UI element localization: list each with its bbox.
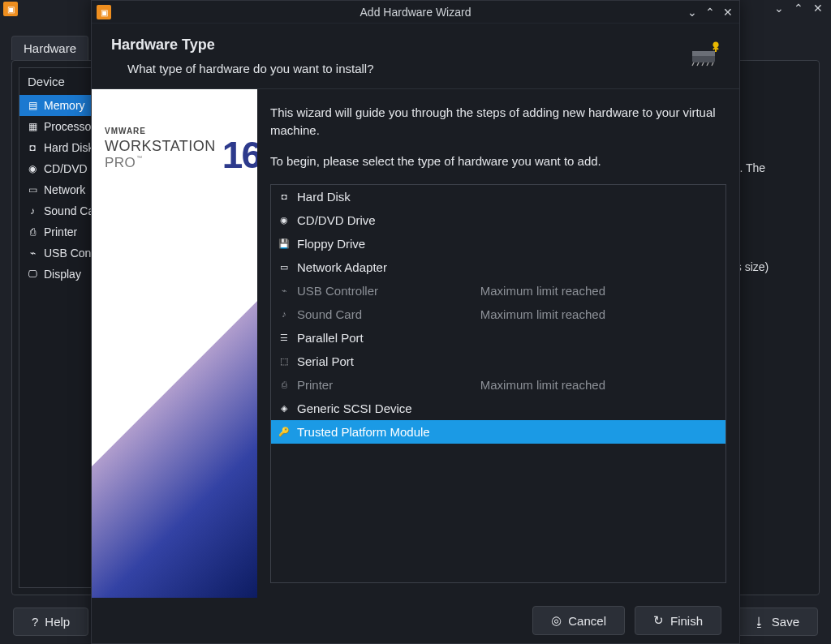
hardware-type-note: Maximum limit reached <box>480 284 719 298</box>
save-button[interactable]: ⭳ Save <box>734 608 818 636</box>
brand-vmware: VMWARE <box>105 127 146 135</box>
wizard-titlebar: ▣ Add Hardware Wizard ⌄ ⌃ ✕ <box>92 1 739 24</box>
hardware-type-label: USB Controller <box>297 284 378 298</box>
hardware-type-usb-controller: ⌁USB ControllerMaximum limit reached <box>271 279 726 303</box>
cd-dvd-icon: ◉ <box>26 162 39 175</box>
sidebar-item-label: Printer <box>44 225 77 238</box>
sound-icon: ♪ <box>278 307 291 320</box>
hardware-type-trusted-platform-module[interactable]: 🔑Trusted Platform Module <box>271 420 726 444</box>
network-icon: ▭ <box>278 260 291 273</box>
hardware-type-label: Sound Card <box>297 307 362 321</box>
hard-disk-icon: ◘ <box>278 190 291 203</box>
hardware-type-note: Maximum limit reached <box>480 307 719 321</box>
add-hardware-wizard-dialog: ▣ Add Hardware Wizard ⌄ ⌃ ✕ Hardware Typ… <box>91 0 740 644</box>
brand-workstation: WORKSTATION <box>105 138 216 155</box>
processor-icon: ▦ <box>26 120 39 133</box>
button-label: Finish <box>670 614 703 628</box>
hardware-type-label: Generic SCSI Device <box>297 401 412 415</box>
intro-text: This wizard will guide you through the s… <box>270 104 726 140</box>
wizard-main: This wizard will guide you through the s… <box>257 89 739 598</box>
scsi-icon: ◈ <box>278 401 291 414</box>
maximize-icon[interactable]: ⌃ <box>790 0 807 16</box>
help-button[interactable]: ? Help <box>13 608 88 636</box>
usb-icon: ⌁ <box>278 284 291 297</box>
button-label: Save <box>772 615 799 629</box>
printer-icon: ⎙ <box>278 378 291 391</box>
floppy-icon: 💾 <box>278 237 291 250</box>
hardware-type-list[interactable]: ◘Hard Disk◉CD/DVD Drive💾Floppy Drive▭Net… <box>270 184 726 583</box>
tab-hardware[interactable]: Hardware <box>11 36 88 60</box>
serial-icon: ⬚ <box>278 354 291 367</box>
hardware-type-label: Serial Port <box>297 354 354 368</box>
refresh-icon: ↻ <box>653 613 664 628</box>
tabs-row: Hardware <box>11 36 88 60</box>
hardware-type-label: Printer <box>297 378 333 392</box>
hardware-type-label: Parallel Port <box>297 331 364 345</box>
wizard-button-row: ◎ Cancel ↻ Finish <box>92 598 739 643</box>
sidebar-item-label: Network <box>44 183 85 196</box>
hardware-type-serial-port[interactable]: ⬚Serial Port <box>271 350 726 373</box>
finish-button[interactable]: ↻ Finish <box>635 606 721 635</box>
sidebar-item-label: Processor <box>44 120 95 133</box>
cd-dvd-icon: ◉ <box>278 213 291 226</box>
wizard-title: Add Hardware Wizard <box>360 6 471 19</box>
hard-disk-icon: ◘ <box>26 141 39 154</box>
button-label: Cancel <box>568 614 606 628</box>
hardware-type-printer: ⎙PrinterMaximum limit reached <box>271 373 726 397</box>
brand-version: 16 <box>222 138 257 174</box>
sidebar-item-label: CD/DVD <box>44 162 88 175</box>
parallel-icon: ☰ <box>278 331 291 344</box>
button-label: Help <box>45 615 70 629</box>
hardware-type-floppy-drive[interactable]: 💾Floppy Drive <box>271 232 726 255</box>
memory-icon: ▤ <box>26 99 39 112</box>
minimize-icon[interactable]: ⌄ <box>771 0 787 16</box>
help-icon: ? <box>32 615 38 629</box>
wizard-body: VMWARE WORKSTATION PRO 16 This wizard wi… <box>92 88 739 598</box>
svg-rect-1 <box>692 51 715 56</box>
maximize-icon[interactable]: ⌃ <box>702 4 718 20</box>
hardware-type-sound-card: ♪Sound CardMaximum limit reached <box>271 303 726 326</box>
hardware-chip-icon <box>689 41 721 67</box>
minimize-icon[interactable]: ⌄ <box>684 4 700 20</box>
hardware-type-cd-dvd-drive[interactable]: ◉CD/DVD Drive <box>271 208 726 232</box>
subheading: What type of hardware do you want to ins… <box>111 54 720 82</box>
brand-pro: PRO <box>105 155 142 170</box>
cancel-icon: ◎ <box>551 613 562 628</box>
usb-icon: ⌁ <box>26 247 39 260</box>
hardware-type-note: Maximum limit reached <box>480 378 719 392</box>
hardware-type-network-adapter[interactable]: ▭Network Adapter <box>271 255 726 279</box>
sidebar-item-label: Hard Disk <box>44 141 93 154</box>
sidebar-item-label: Memory <box>44 99 85 112</box>
hardware-type-hard-disk[interactable]: ◘Hard Disk <box>271 185 726 208</box>
sound-icon: ♪ <box>26 204 39 217</box>
wizard-heading: Hardware Type What type of hardware do y… <box>92 24 739 88</box>
hardware-type-label: Hard Disk <box>297 190 351 204</box>
hardware-type-label: Floppy Drive <box>297 237 365 251</box>
close-icon[interactable]: ✕ <box>810 0 826 16</box>
cancel-button[interactable]: ◎ Cancel <box>532 606 625 635</box>
hardware-type-label: Trusted Platform Module <box>297 425 430 439</box>
close-icon[interactable]: ✕ <box>720 4 736 20</box>
app-icon: ▣ <box>97 5 111 19</box>
hardware-type-label: Network Adapter <box>297 260 387 274</box>
heading: Hardware Type <box>111 36 720 54</box>
sidebar-item-label: Display <box>44 268 81 281</box>
tpm-icon: 🔑 <box>278 425 291 438</box>
svg-point-2 <box>713 42 719 48</box>
hardware-type-parallel-port[interactable]: ☰Parallel Port <box>271 326 726 350</box>
wizard-brand-sidebar: VMWARE WORKSTATION PRO 16 <box>92 89 257 598</box>
network-icon: ▭ <box>26 183 39 196</box>
printer-icon: ⎙ <box>26 225 39 238</box>
download-icon: ⭳ <box>753 615 765 629</box>
display-icon: 🖵 <box>26 268 39 281</box>
hardware-type-label: CD/DVD Drive <box>297 213 376 227</box>
hardware-type-generic-scsi-device[interactable]: ◈Generic SCSI Device <box>271 397 726 420</box>
intro-text: To begin, please select the type of hard… <box>270 152 726 170</box>
